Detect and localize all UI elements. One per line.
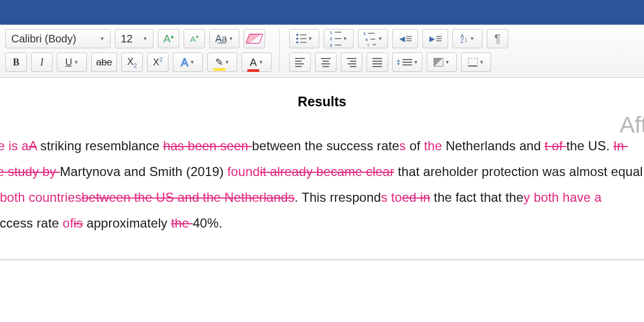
inserted-text: the	[424, 138, 442, 153]
bullets-button[interactable]: ▼	[289, 29, 319, 48]
ribbon: Calibri (Body) ▼ 12 ▼ A▴ A▾ A͟a ▼	[0, 25, 644, 78]
font-name-value: Calibri (Body)	[11, 33, 76, 45]
inserted-text: s	[399, 138, 406, 153]
change-case-button[interactable]: A͟a ▼	[209, 29, 239, 48]
inserted-text: found	[228, 164, 260, 179]
shading-icon	[434, 58, 443, 67]
align-left-icon	[295, 58, 305, 67]
multilevel-icon: 1 a i	[363, 31, 376, 47]
shrink-font-icon: A▾	[190, 34, 198, 43]
subscript-icon: X2	[127, 56, 137, 69]
inserted-text: y both have a	[524, 190, 602, 204]
line-spacing-button[interactable]: ▲▼ ▼	[392, 53, 422, 72]
borders-button[interactable]: ▼	[461, 53, 491, 72]
multilevel-list-button[interactable]: 1 a i ▼	[358, 29, 388, 48]
chevron-down-icon: ▼	[229, 36, 233, 41]
subscript-button[interactable]: X2	[121, 53, 143, 72]
normal-text: the US.	[566, 138, 613, 153]
eraser-icon	[246, 34, 264, 43]
font-group: Calibri (Body) ▼ 12 ▼ A▴ A▾ A͟a ▼	[5, 29, 280, 72]
inserted-text: s to	[381, 190, 402, 204]
italic-button[interactable]: I	[31, 53, 53, 72]
font-color-button[interactable]: A ▼	[241, 53, 272, 72]
font-size-select[interactable]: 12 ▼	[115, 29, 153, 48]
align-right-button[interactable]	[341, 53, 362, 72]
chevron-down-icon: ▼	[100, 36, 105, 41]
chevron-down-icon: ▼	[190, 60, 195, 65]
grow-font-icon: A▴	[163, 32, 173, 45]
inserted-text: in both countries	[0, 190, 82, 204]
borders-icon	[468, 58, 478, 67]
chevron-down-icon: ▼	[479, 60, 484, 65]
align-center-icon	[321, 58, 331, 67]
strikethrough-button[interactable]: abe	[91, 53, 117, 72]
font-name-select[interactable]: Calibri (Body) ▼	[5, 29, 111, 48]
normal-text: striking resemblance	[36, 138, 163, 153]
font-color-icon: A	[250, 56, 257, 69]
change-case-icon: A͟a	[215, 33, 227, 45]
show-marks-button[interactable]: ¶	[487, 29, 508, 48]
normal-text: between the success rate	[252, 138, 400, 153]
numbering-button[interactable]: 1 2 3 ▼	[324, 29, 354, 48]
bold-button[interactable]: B	[5, 53, 27, 72]
highlight-button[interactable]: ✎ ▼	[207, 53, 237, 72]
inserted-text: ere is a	[0, 138, 29, 153]
numbering-icon: 1 2 3	[330, 30, 341, 48]
increase-indent-button[interactable]: ▶	[422, 29, 448, 48]
paragraph-group: ▼ 1 2 3 ▼ 1 a i ▼ ◀	[289, 29, 516, 72]
body-text[interactable]: ere is aA striking resemblance has been …	[0, 133, 644, 236]
page: Results ere is aA striking resemblance h…	[0, 78, 644, 260]
decrease-indent-button[interactable]: ◀	[392, 29, 418, 48]
chevron-down-icon: ▼	[259, 60, 264, 65]
shading-button[interactable]: ▼	[427, 53, 457, 72]
grow-font-button[interactable]: A▴	[158, 29, 179, 48]
decrease-indent-icon: ◀	[399, 34, 412, 43]
line-spacing-icon: ▲▼	[397, 58, 412, 66]
align-left-button[interactable]	[289, 53, 311, 72]
normal-text: that areholder protection was almost equ…	[394, 164, 644, 179]
inserted-text: of	[63, 216, 74, 230]
superscript-icon: X2	[153, 56, 163, 68]
title-bar	[0, 0, 644, 25]
font-size-value: 12	[121, 33, 133, 45]
underline-button[interactable]: U ▼	[57, 53, 87, 72]
sort-button[interactable]: AZ↓ ▼	[452, 29, 482, 48]
chevron-down-icon: ▼	[74, 60, 79, 65]
normal-text: the fact that the	[430, 190, 524, 204]
underline-icon: U	[65, 57, 72, 68]
normal-text: of	[406, 138, 424, 153]
chevron-down-icon: ▼	[378, 36, 383, 41]
chevron-down-icon: ▼	[143, 36, 148, 41]
deleted-text: between the US and the Netherlands	[82, 190, 295, 204]
justify-icon	[372, 58, 382, 67]
normal-text: 40%.	[193, 216, 222, 230]
normal-text: . This rrespond	[295, 190, 381, 204]
deleted-text: ed in	[402, 190, 430, 204]
chevron-down-icon: ▼	[414, 60, 419, 65]
shrink-font-button[interactable]: A▾	[184, 29, 205, 48]
chevron-down-icon: ▼	[470, 36, 474, 41]
bold-icon: B	[13, 57, 19, 68]
align-right-icon	[347, 58, 356, 67]
normal-text: approximately	[83, 216, 171, 230]
chevron-down-icon: ▼	[343, 36, 348, 41]
deleted-text: has been seen	[163, 138, 252, 153]
justify-button[interactable]	[367, 53, 388, 72]
watermark-text: Aft	[620, 112, 644, 138]
increase-indent-icon: ▶	[429, 34, 442, 43]
heading: Results	[0, 94, 644, 109]
text-effects-icon: A	[181, 56, 188, 69]
document-area[interactable]: Aft Results ere is aA striking resemblan…	[0, 78, 644, 260]
normal-text: Netherlands and	[442, 138, 545, 153]
italic-icon: I	[40, 57, 43, 68]
clear-formatting-button[interactable]	[244, 29, 265, 48]
superscript-button[interactable]: X2	[147, 53, 169, 72]
deleted-text: is	[74, 216, 83, 230]
chevron-down-icon: ▼	[225, 60, 230, 65]
strikethrough-icon: abe	[96, 57, 112, 68]
text-effects-button[interactable]: A ▼	[173, 53, 203, 72]
align-center-button[interactable]	[315, 53, 336, 72]
deleted-text: the	[171, 216, 193, 230]
pilcrow-icon: ¶	[494, 32, 501, 46]
sort-icon: AZ↓	[460, 34, 468, 43]
